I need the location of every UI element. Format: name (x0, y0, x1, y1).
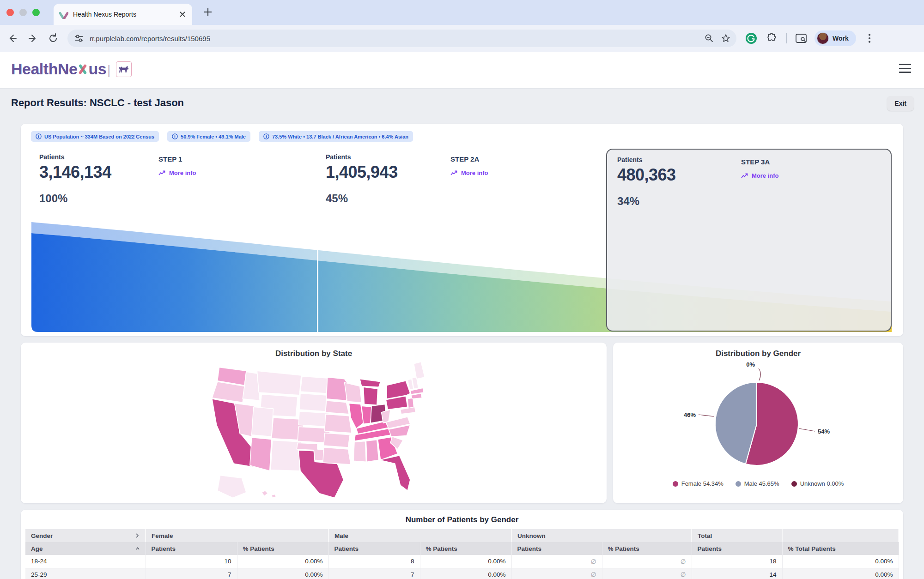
healthnexus-logo[interactable]: HealthNe us | (11, 60, 132, 78)
legend-item-male[interactable]: Male 45.65% (736, 480, 779, 487)
browser-menu-icon[interactable] (863, 32, 875, 44)
state-card-title: Distribution by State (21, 349, 607, 358)
extensions-area (745, 32, 808, 45)
step2-more-info-link[interactable]: More info (450, 169, 488, 176)
cell-unknown-pct: ∅ (602, 568, 692, 579)
step2-patient-count: 1,405,943 (326, 163, 398, 182)
leader-line-left (699, 415, 714, 416)
cell-age: 18-24 (25, 555, 146, 568)
chevron-right-icon[interactable] (135, 533, 140, 538)
back-button[interactable] (5, 30, 20, 46)
site-info-icon[interactable] (74, 33, 84, 43)
cell-female-pct: 0.00% (237, 555, 328, 568)
funnel-card: US Population ~ 334M Based on 2022 Censu… (21, 124, 903, 336)
cell-total-patients: 18 (692, 555, 782, 568)
cell-total-pct: 0.00% (782, 568, 899, 579)
patients-table: Gender Female Male Unknown Total Age Pat… (25, 529, 899, 579)
cell-male-patients: 8 (328, 555, 420, 568)
new-tab-button[interactable] (202, 6, 213, 18)
legend-dot-male (736, 481, 741, 487)
group-header-male[interactable]: Male (328, 529, 511, 542)
group-header-gender[interactable]: Gender (25, 529, 146, 542)
group-header-total[interactable]: Total (692, 529, 782, 542)
us-choropleth-map[interactable] (204, 357, 435, 501)
col-header-male-patients[interactable]: Patients (328, 542, 420, 555)
column-header-row: Age Patients % Patients Patients % Patie… (25, 542, 899, 555)
browser-tab[interactable]: Health Nexus Reports (54, 4, 192, 25)
distribution-by-gender-card: Distribution by Gender 0% 46% 54% Female… (613, 343, 903, 503)
step3-selected-card[interactable]: Patients 480,363 34% STEP 3A More info (606, 149, 892, 332)
extensions-puzzle-icon[interactable] (766, 32, 778, 44)
chip-label: 73.5% White • 13.7 Black / African Ameri… (272, 134, 408, 139)
step-divider (317, 222, 318, 332)
zoom-icon[interactable] (704, 33, 714, 43)
group-header-female[interactable]: Female (146, 529, 328, 542)
legend-item-unknown[interactable]: Unknown 0.00% (791, 480, 844, 487)
step3-meta: STEP 3A More info (741, 158, 779, 179)
url-text[interactable]: rr.purplelab.com/reports/results/150695 (90, 35, 698, 42)
col-header-male-pct[interactable]: % Patients (420, 542, 511, 555)
col-header-total-patients[interactable]: Patients (692, 542, 782, 555)
col-header-total-pct[interactable]: % Total Patients (782, 542, 899, 555)
traffic-lights (6, 9, 40, 16)
chip-us-population[interactable]: US Population ~ 334M Based on 2022 Censu… (31, 131, 159, 142)
patients-label: Patients (326, 153, 398, 161)
maximize-window-button[interactable] (32, 9, 40, 16)
col-header-female-patients[interactable]: Patients (146, 542, 237, 555)
legend-dot-female (673, 481, 678, 487)
address-bar[interactable]: rr.purplelab.com/reports/results/150695 (67, 30, 736, 47)
reload-button[interactable] (45, 30, 61, 46)
table-title: Number of Patients by Gender (21, 515, 903, 525)
more-info-label: More info (752, 172, 779, 179)
app-header: HealthNe us | (0, 52, 924, 89)
browser-profile-chip[interactable]: Work (815, 30, 856, 46)
group-header-unknown[interactable]: Unknown (511, 529, 692, 542)
browser-tab-strip: Health Nexus Reports (0, 0, 924, 25)
trending-up-icon (158, 170, 166, 176)
step3-more-info-link[interactable]: More info (741, 172, 779, 179)
leader-line-right (799, 428, 815, 431)
sort-asc-icon[interactable] (135, 547, 140, 550)
close-window-button[interactable] (6, 9, 14, 16)
step2-label: STEP 2A (450, 155, 488, 163)
dog-logo (116, 61, 132, 77)
trending-up-icon (741, 173, 748, 179)
step3-values: Patients 480,363 34% (617, 156, 676, 208)
close-tab-icon[interactable] (178, 10, 187, 18)
cell-female-patients: 10 (146, 555, 237, 568)
exit-button[interactable]: Exit (887, 96, 914, 111)
col-header-unknown-patients[interactable]: Patients (511, 542, 602, 555)
chip-race-split[interactable]: 73.5% White • 13.7 Black / African Ameri… (259, 131, 413, 142)
trending-up-icon (450, 170, 458, 176)
minimize-window-button[interactable] (19, 9, 27, 16)
side-panel-search-icon[interactable] (795, 32, 808, 44)
legend-item-female[interactable]: Female 54.34% (673, 480, 723, 487)
col-header-age[interactable]: Age (25, 542, 146, 555)
cell-total-patients: 14 (692, 568, 782, 579)
col-header-female-pct[interactable]: % Patients (237, 542, 328, 555)
cell-age: 25-29 (25, 568, 146, 579)
app-menu-icon[interactable] (899, 64, 911, 73)
grammarly-icon[interactable] (745, 32, 758, 45)
cell-male-pct: 0.00% (420, 555, 511, 568)
gender-pie-chart[interactable]: 0% 46% 54% (683, 355, 831, 480)
table-row[interactable]: 25-29 7 0.00% 7 0.00% ∅ ∅ 14 0.00% (25, 568, 899, 579)
step3-label: STEP 3A (741, 158, 779, 166)
step3-patient-count: 480,363 (617, 165, 676, 185)
logo-separator: | (107, 63, 110, 78)
cell-female-pct: 0.00% (237, 568, 328, 579)
table-row[interactable]: 18-24 10 0.00% 8 0.00% ∅ ∅ 18 0.00% (25, 555, 899, 568)
site-favicon (59, 10, 68, 19)
cell-unknown-pct: ∅ (602, 555, 692, 568)
info-icon (36, 133, 42, 139)
forward-button[interactable] (25, 30, 41, 46)
cell-female-patients: 7 (146, 568, 237, 579)
chip-label: US Population ~ 334M Based on 2022 Censu… (44, 134, 154, 139)
page-bar: Report Results: NSCLC - test Jason Exit (0, 89, 924, 119)
chip-gender-split[interactable]: 50.9% Female • 49.1% Male (167, 131, 250, 142)
bookmark-star-icon[interactable] (721, 33, 731, 43)
step1-more-info-link[interactable]: More info (158, 169, 196, 176)
col-header-unknown-pct[interactable]: % Patients (602, 542, 692, 555)
cell-unknown-patients: ∅ (511, 568, 602, 579)
more-info-label: More info (461, 169, 488, 176)
